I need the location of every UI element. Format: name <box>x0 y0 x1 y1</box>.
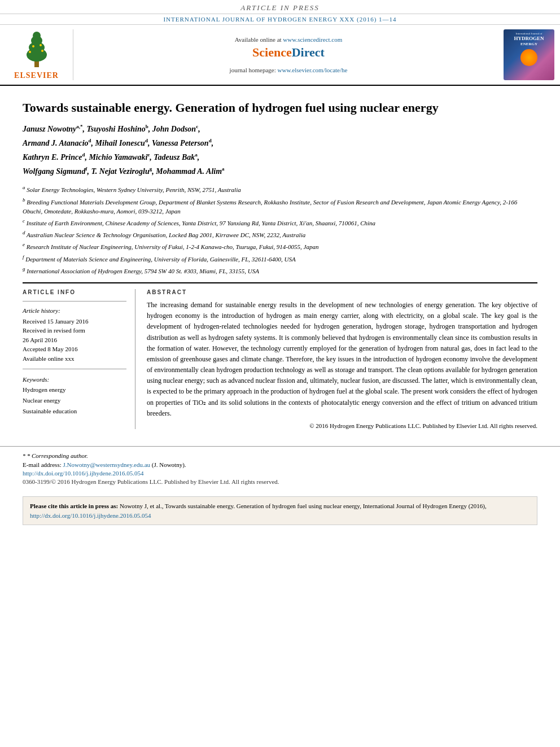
svg-point-7 <box>32 45 34 47</box>
journal-homepage: journal homepage: www.elsevier.com/locat… <box>230 67 348 73</box>
top-header: ELSEVIER Available online at www.science… <box>0 25 560 86</box>
corresponding-note: * * Corresponding author. <box>23 452 537 459</box>
sciencedirect-logo: ScienceDirect <box>252 45 325 60</box>
citation-box: Please cite this article in press as: No… <box>23 496 537 525</box>
sciencedirect-url[interactable]: www.sciencedirect.com <box>283 36 342 43</box>
keyword-3: Sustainable education <box>23 406 126 417</box>
journal-name: INTERNATIONAL JOURNAL OF HYDROGEN ENERGY… <box>163 16 396 23</box>
article-info-heading: ARTICLE INFO <box>23 289 126 295</box>
journal-cover: International Journal of HYDROGEN ENERGY <box>504 29 554 80</box>
article-history-label: Article history: <box>23 307 126 314</box>
article-info-abstract: ARTICLE INFO Article history: Received 1… <box>23 289 537 429</box>
received-date: Received 15 January 2016 <box>23 317 126 326</box>
revised-date: 26 April 2016 <box>23 335 126 345</box>
svg-point-6 <box>41 50 43 52</box>
copyright-line: © 2016 Hydrogen Energy Publications LLC.… <box>147 422 537 429</box>
citation-doi-link[interactable]: http://dx.doi.org/10.1016/j.ijhydene.201… <box>30 512 151 519</box>
affiliation-c: c Institute of Earth Environment, Chines… <box>23 217 537 228</box>
keywords-label: Keywords: <box>23 376 126 383</box>
issn-line: 0360-3199/© 2016 Hydrogen Energy Publica… <box>23 478 537 485</box>
affiliation-f: f Department of Materials Science and En… <box>23 254 537 264</box>
email-link[interactable]: J.Nowotny@westernsydney.edu.au <box>63 461 150 468</box>
doi-link[interactable]: http://dx.doi.org/10.1016/j.ijhydene.201… <box>23 470 144 477</box>
affiliation-d: d Australian Nuclear Science & Technolog… <box>23 229 537 239</box>
affiliation-e: e Research Institute of Nuclear Engineer… <box>23 241 537 251</box>
available-online: Available online xxx <box>23 354 126 364</box>
email-line: E-mail address: J.Nowotny@westernsydney.… <box>23 461 537 468</box>
elsevier-logo: ELSEVIER <box>6 29 73 80</box>
journal-cover-decoration <box>520 49 537 66</box>
info-divider <box>23 301 126 302</box>
abstract-heading: ABSTRACT <box>147 289 537 295</box>
journal-header-bar: INTERNATIONAL JOURNAL OF HYDROGEN ENERGY… <box>0 14 560 25</box>
affiliations-section: a Solar Energy Technologies, Western Syd… <box>23 184 537 276</box>
elsevier-tree-icon <box>14 29 59 69</box>
keywords-divider <box>23 369 126 369</box>
svg-point-8 <box>40 44 42 46</box>
footer-area: * * Corresponding author. E-mail address… <box>0 446 560 491</box>
article-in-press-text: ARTICLE IN PRESS <box>240 3 320 12</box>
elsevier-text: ELSEVIER <box>14 71 59 80</box>
article-title: Towards sustainable energy. Generation o… <box>23 100 537 116</box>
affiliation-b: b Breeding Functional Materials Developm… <box>23 196 537 216</box>
citation-prefix: Please cite this article in press as: <box>30 503 120 509</box>
affiliation-a: a Solar Energy Technologies, Western Syd… <box>23 184 537 194</box>
article-in-press-banner: ARTICLE IN PRESS <box>0 0 560 14</box>
revised-label: Received in revised form <box>23 326 126 335</box>
svg-point-4 <box>33 32 41 40</box>
journal-cover-title: International Journal of HYDROGEN ENERGY <box>514 32 544 46</box>
available-online-text: Available online at www.sciencedirect.co… <box>235 36 343 43</box>
main-content: Towards sustainable energy. Generation o… <box>0 86 560 435</box>
section-divider <box>23 282 537 283</box>
citation-text: Nowotny J, et al., Towards sustainable e… <box>120 503 487 509</box>
affiliation-g: g International Association of Hydrogen … <box>23 265 537 276</box>
center-header: Available online at www.sciencedirect.co… <box>79 29 498 80</box>
keyword-1: Hydrogen energy <box>23 385 126 395</box>
accepted-date: Accepted 8 May 2016 <box>23 344 126 354</box>
article-info-col: ARTICLE INFO Article history: Received 1… <box>23 289 135 429</box>
keyword-2: Nuclear energy <box>23 395 126 406</box>
authors-section: Janusz Nowotnya,*, Tsuyoshi Hoshinob, Jo… <box>23 122 537 179</box>
abstract-text: The increasing demand for sustainable en… <box>147 300 537 419</box>
abstract-col: ABSTRACT The increasing demand for susta… <box>147 289 537 429</box>
doi-line: http://dx.doi.org/10.1016/j.ijhydene.201… <box>23 470 537 477</box>
journal-homepage-link[interactable]: www.elsevier.com/locate/he <box>278 67 348 73</box>
svg-point-5 <box>29 51 31 53</box>
